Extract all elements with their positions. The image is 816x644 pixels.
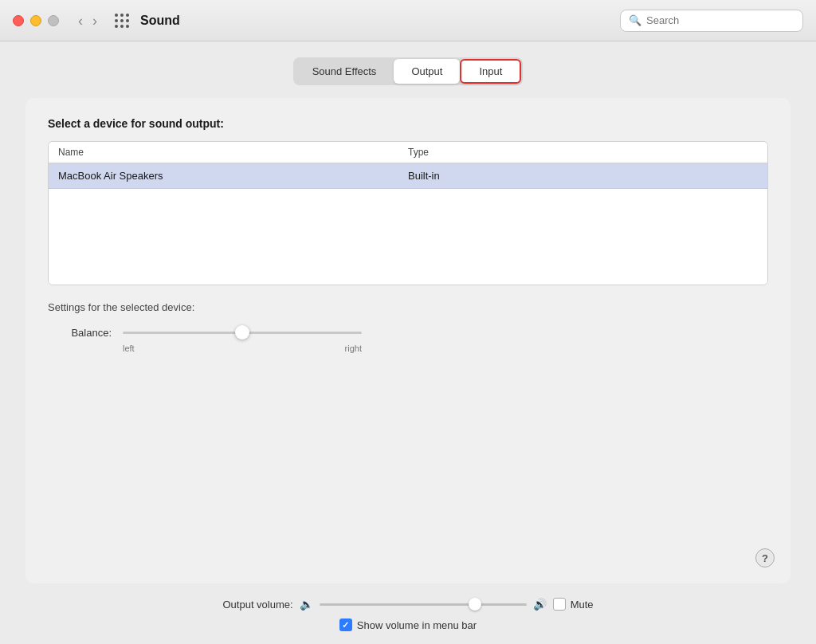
show-menubar-checkbox[interactable]: ✓: [339, 618, 352, 631]
titlebar: ‹ › Sound 🔍: [0, 0, 816, 41]
volume-slider-thumb[interactable]: [469, 598, 481, 611]
menubar-row: ✓ Show volume in menu bar: [339, 618, 477, 631]
close-button[interactable]: [13, 15, 24, 26]
grid-icon: [115, 14, 129, 28]
tab-sound-effects[interactable]: Sound Effects: [295, 59, 394, 84]
tab-output[interactable]: Output: [394, 59, 460, 84]
mute-checkbox-row: Mute: [553, 598, 594, 611]
minimize-button[interactable]: [30, 15, 41, 26]
search-icon: 🔍: [629, 14, 641, 26]
col-header-name: Name: [58, 147, 408, 158]
volume-low-icon: 🔈: [300, 598, 313, 611]
table-header: Name Type: [49, 142, 767, 163]
window-title: Sound: [140, 14, 180, 28]
forward-button[interactable]: ›: [89, 12, 100, 29]
balance-sub-labels: left right: [123, 344, 362, 353]
panel: Select a device for sound output: Name T…: [26, 98, 790, 583]
nav-buttons: ‹ ›: [75, 12, 100, 29]
balance-slider[interactable]: [123, 324, 362, 340]
mute-checkbox[interactable]: [553, 598, 566, 611]
col-header-type: Type: [408, 147, 758, 158]
device-table: Name Type MacBook Air Speakers Built-in: [48, 141, 768, 285]
search-input[interactable]: [646, 14, 794, 26]
table-row[interactable]: MacBook Air Speakers Built-in: [49, 163, 767, 189]
show-menubar-label: Show volume in menu bar: [357, 619, 477, 631]
device-name: MacBook Air Speakers: [58, 170, 408, 182]
main-content: Sound Effects Output Input Select a devi…: [0, 41, 816, 644]
volume-row: Output volume: 🔈 🔊 Mute: [222, 596, 593, 612]
device-type: Built-in: [408, 170, 758, 182]
search-box[interactable]: 🔍: [620, 10, 803, 32]
balance-left-label: left: [123, 344, 135, 353]
mute-label: Mute: [571, 599, 594, 611]
tab-bar: Sound Effects Output Input: [293, 57, 524, 85]
balance-row: Balance:: [48, 324, 768, 340]
settings-label: Settings for the selected device:: [48, 301, 768, 313]
balance-slider-thumb[interactable]: [235, 325, 249, 340]
maximize-button[interactable]: [48, 15, 59, 26]
bottom-bar: Output volume: 🔈 🔊 Mute ✓ Show volume in…: [13, 596, 803, 644]
volume-high-icon: 🔊: [533, 598, 547, 611]
volume-slider[interactable]: [320, 596, 527, 612]
balance-label: Balance:: [48, 327, 112, 339]
table-empty-area: [49, 189, 767, 285]
output-volume-label: Output volume:: [222, 599, 292, 611]
traffic-lights: [13, 15, 59, 26]
tab-input[interactable]: Input: [460, 59, 521, 84]
back-button[interactable]: ‹: [75, 12, 86, 29]
balance-right-label: right: [345, 344, 362, 353]
panel-title: Select a device for sound output:: [48, 117, 768, 130]
help-button[interactable]: ?: [755, 548, 775, 567]
